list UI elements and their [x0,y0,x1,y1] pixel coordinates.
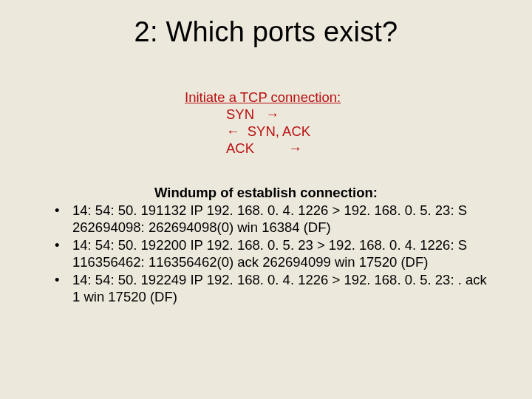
bullet-icon: • [55,237,72,270]
handshake-block: Initiate a TCP connection: SYN → ← SYN, … [185,89,341,157]
bullet-icon: • [55,202,72,236]
handshake-ack: ACK → [185,140,341,157]
bullet-text: 14: 54: 50. 192249 IP 192. 168. 0. 4. 12… [72,272,488,305]
handshake-heading: Initiate a TCP connection: [185,89,341,106]
bullet-text: 14: 54: 50. 191132 IP 192. 168. 0. 4. 12… [72,202,488,236]
bullet-text: 14: 54: 50. 192200 IP 192. 168. 0. 5. 23… [72,237,488,270]
handshake-synack: ← SYN, ACK [185,123,341,140]
handshake-syn: SYN → [185,106,341,123]
list-item: • 14: 54: 50. 191132 IP 192. 168. 0. 4. … [55,202,488,236]
dump-heading: Windump of establish connection: [0,185,532,201]
slide-title: 2: Which ports exist? [0,16,532,48]
list-item: • 14: 54: 50. 192200 IP 192. 168. 0. 5. … [55,237,488,270]
list-item: • 14: 54: 50. 192249 IP 192. 168. 0. 4. … [55,272,488,305]
dump-bullets: • 14: 54: 50. 191132 IP 192. 168. 0. 4. … [55,202,488,307]
bullet-icon: • [55,272,72,305]
slide: 2: Which ports exist? Initiate a TCP con… [0,0,532,399]
